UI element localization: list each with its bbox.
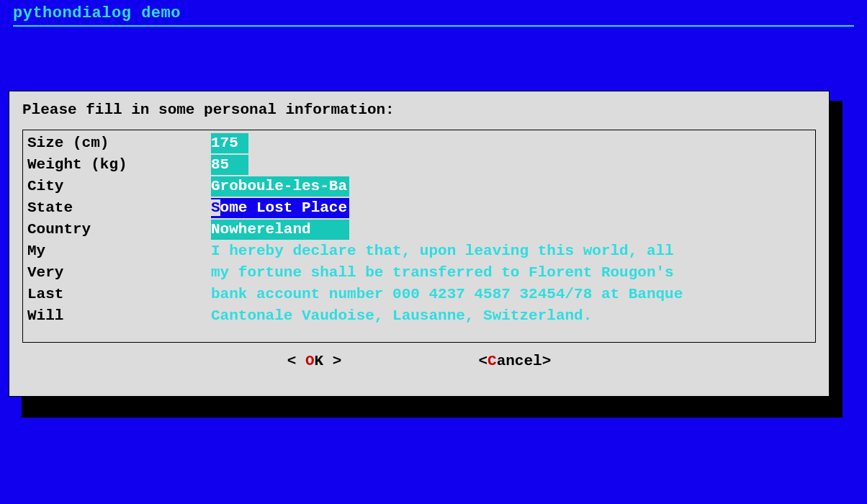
- multiline-text: I hereby declare that, upon leaving this…: [211, 240, 674, 262]
- field-label: Will: [27, 305, 211, 327]
- cancel-button[interactable]: <Cancel>: [478, 353, 551, 369]
- field-label: My: [27, 240, 211, 262]
- ok-button[interactable]: < OK >: [287, 353, 342, 369]
- field-label: Last: [27, 284, 211, 305]
- cancel-rest: ancel: [497, 353, 542, 369]
- button-row: < OK > <Cancel>: [9, 343, 829, 369]
- ok-rest: K: [315, 353, 324, 369]
- state-rest: ome Lost Place: [220, 199, 347, 216]
- form-row-multiline-0: My I hereby declare that, upon leaving t…: [27, 240, 811, 262]
- bracket-open: <: [287, 353, 305, 369]
- app-title: pythondialog demo: [0, 0, 867, 24]
- form-row-size: Size (cm): [27, 132, 811, 154]
- form-row-weight: Weight (kg): [27, 154, 811, 176]
- city-input[interactable]: [211, 176, 349, 197]
- field-label: State: [27, 197, 211, 219]
- form-row-country: Country: [27, 219, 811, 240]
- field-label: Very: [27, 262, 211, 284]
- form-row-multiline-3: Will Cantonale Vaudoise, Lausanne, Switz…: [27, 305, 811, 327]
- weight-input[interactable]: [211, 155, 248, 175]
- country-input[interactable]: [211, 220, 349, 240]
- form-dialog: Please fill in some personal information…: [9, 91, 830, 397]
- bracket-open: <: [478, 353, 488, 369]
- form-row-multiline-2: Last bank account number 000 4237 4587 3…: [27, 284, 811, 305]
- header-divider: [13, 25, 854, 27]
- multiline-text: bank account number 000 4237 4587 32454/…: [211, 284, 683, 305]
- field-label: Size (cm): [27, 132, 211, 154]
- ok-hotkey: O: [305, 353, 315, 369]
- field-label: City: [27, 176, 211, 197]
- field-label: Country: [27, 219, 211, 240]
- cancel-hotkey: C: [488, 353, 497, 369]
- dialog-prompt: Please fill in some personal information…: [9, 91, 829, 130]
- form-row-multiline-1: Very my fortune shall be transferred to …: [27, 262, 811, 284]
- multiline-text: Cantonale Vaudoise, Lausanne, Switzerlan…: [211, 305, 592, 327]
- form-row-state: State Some Lost Place: [27, 197, 811, 219]
- field-label: Weight (kg): [27, 154, 211, 176]
- state-input[interactable]: Some Lost Place: [211, 198, 349, 218]
- bracket-close: >: [323, 353, 341, 369]
- size-input[interactable]: [211, 133, 248, 153]
- form-row-city: City: [27, 176, 811, 197]
- multiline-text: my fortune shall be transferred to Flore…: [211, 262, 674, 284]
- bracket-close: >: [542, 353, 552, 369]
- form-area: Size (cm) Weight (kg) City State Some Lo…: [22, 130, 816, 343]
